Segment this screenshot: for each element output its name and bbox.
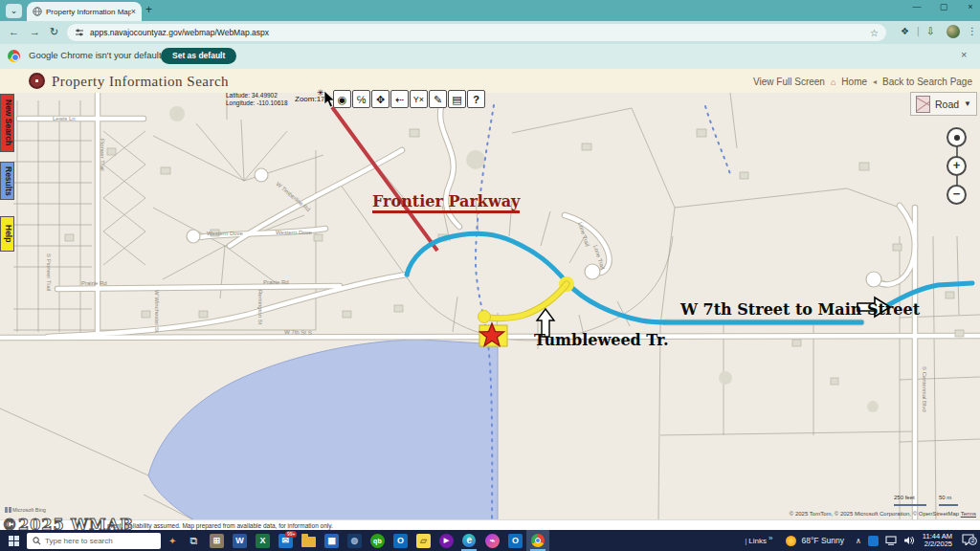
new-tab-button[interactable]: + — [145, 3, 152, 16]
annotation-frontier-parkway: Frontier Parkway — [372, 192, 520, 213]
weather-text[interactable]: 68°F Sunny — [801, 536, 844, 545]
chrome-logo-icon — [8, 50, 20, 62]
edge-icon[interactable]: e — [457, 530, 480, 551]
print-button[interactable]: ▤ — [448, 90, 466, 108]
task-view-icon[interactable]: ⧉ — [182, 530, 205, 551]
back-icon: ◂ — [873, 77, 877, 86]
page-title: Property Information Search — [52, 74, 229, 90]
tray-expand-chevron-icon[interactable]: ∧ — [856, 537, 861, 545]
calendar-icon[interactable]: ▦ — [320, 530, 343, 551]
copilot-sparkle-icon[interactable]: ✦ — [168, 536, 176, 546]
street-label: Lewis Ln — [53, 116, 76, 121]
links-toolbar[interactable]: Links — [748, 537, 767, 545]
maximize-button[interactable]: ▢ — [934, 2, 953, 11]
locate-button[interactable] — [947, 127, 967, 147]
map-attribution: © 2025 TomTom, © 2025 Microsoft Corporat… — [790, 511, 959, 517]
mail-icon[interactable]: ✉99+ — [274, 530, 297, 551]
links-toolbar-divider: | — [746, 538, 747, 544]
taskbar-clock[interactable]: 11:44 AM 2/2/2025 — [923, 533, 952, 549]
scale-feet-label: 250 feet — [894, 495, 915, 500]
home-link[interactable]: Home — [841, 77, 867, 87]
zoom-to-xy-button[interactable]: Y× — [410, 90, 428, 108]
file-explorer-icon[interactable] — [297, 530, 320, 551]
tab-title: Property Information Map — [46, 8, 131, 16]
globe-favicon — [33, 7, 42, 16]
media-player-icon[interactable]: ▶ — [434, 530, 457, 551]
home-icon: ⌂ — [831, 77, 835, 87]
volume-icon[interactable] — [903, 536, 915, 545]
chevron-down-icon: ▼ — [964, 99, 971, 108]
street-label: Prairie Rd — [263, 279, 289, 285]
tab-search-button[interactable]: ⌄ — [6, 4, 22, 18]
mail-badge: 99+ — [285, 531, 297, 538]
previous-extent-button[interactable]: ⇠ — [390, 90, 409, 108]
toolbar-divider: | — [917, 26, 920, 36]
street-label: W Winchester St — [154, 290, 160, 333]
browser-menu-icon[interactable]: ⋮ — [968, 26, 977, 36]
weather-sun-icon[interactable] — [786, 536, 796, 546]
excel-icon[interactable]: X — [251, 530, 274, 551]
sidebar-tab-results[interactable]: Results — [0, 162, 14, 200]
basemap-thumbnail — [916, 96, 930, 113]
banner-close-icon[interactable]: × — [961, 49, 967, 60]
windows-taskbar: Type here to search ✦ ⧉ ⊞ W X ✉99+ ▦ ◍ q… — [0, 530, 980, 551]
svg-text:✳: ✳ — [317, 88, 324, 98]
street-label: S Centennial Blvd — [922, 366, 927, 412]
pan-tool-button[interactable]: ✥ — [371, 90, 390, 108]
outlook-icon[interactable]: O — [389, 530, 412, 551]
set-as-default-button[interactable]: Set as default — [161, 48, 236, 64]
back-nav-icon[interactable]: ← — [9, 26, 19, 37]
street-label: Western Dove — [276, 230, 313, 235]
search-placeholder: Type here to search — [45, 537, 113, 545]
back-to-search-link[interactable]: Back to Search Page — [882, 77, 972, 87]
store-icon[interactable]: ⊞ — [205, 530, 228, 551]
notification-badge: 2 — [969, 537, 977, 545]
select-tool-button[interactable]: ◉ — [333, 90, 351, 108]
latitude-readout: Latitude: 34.49902 — [226, 92, 288, 99]
scale-tool-button[interactable]: ℅ — [352, 90, 370, 108]
view-full-screen-link[interactable]: View Full Screen — [753, 77, 825, 87]
bookmark-star-icon[interactable]: ☆ — [870, 28, 879, 38]
annotation-w7th-street: W 7th Street to Main Street — [680, 300, 920, 319]
taskbar-search-box[interactable]: Type here to search — [27, 533, 161, 549]
measure-tool-button[interactable]: ✎ — [429, 90, 447, 108]
disclaimer-text: ment, no liability assumed. Map prepared… — [107, 522, 333, 529]
photos-swirl-icon[interactable]: ◍ — [343, 530, 366, 551]
reload-icon[interactable]: ↻ — [50, 26, 58, 38]
minimize-button[interactable]: — — [907, 2, 926, 11]
extensions-icon[interactable]: ❖ — [901, 26, 909, 36]
tab-close-icon[interactable]: × — [131, 7, 136, 16]
scale-meters-bar — [939, 504, 958, 506]
sidebar-tab-help[interactable]: Help — [0, 216, 14, 252]
action-center-icon[interactable]: 2 — [962, 532, 974, 549]
site-info-icon[interactable] — [75, 28, 84, 37]
basemap-selector[interactable]: Road ▼ — [910, 92, 977, 116]
downloads-icon[interactable]: ⇩ — [926, 26, 934, 36]
sticky-notes-icon[interactable]: ▱ — [412, 530, 434, 551]
outlook-classic-icon[interactable]: O — [503, 530, 526, 551]
street-label: Pioneer Trail — [100, 139, 105, 171]
county-seal-logo — [29, 73, 45, 89]
street-label: Western Dove — [207, 231, 244, 236]
zoom-out-button[interactable]: − — [947, 185, 967, 205]
messenger-icon[interactable]: ⌁ — [480, 530, 503, 551]
word-icon[interactable]: W — [228, 530, 251, 551]
network-icon[interactable] — [885, 536, 897, 545]
help-button[interactable]: ? — [467, 90, 485, 108]
zoom-in-button[interactable]: + — [947, 156, 967, 176]
browser-tab[interactable]: Property Information Map × — [27, 2, 142, 21]
tray-app-icon[interactable] — [868, 536, 879, 546]
close-button[interactable]: × — [961, 2, 980, 11]
quickbooks-icon[interactable]: qb — [366, 530, 389, 551]
links-chevron-icon[interactable]: » — [768, 534, 772, 542]
start-button[interactable] — [0, 530, 27, 551]
address-bar[interactable]: apps.navajocountyaz.gov/webmap/WebMap.as… — [67, 24, 886, 41]
scale-feet-bar — [894, 504, 926, 506]
forward-nav-icon[interactable]: → — [30, 26, 40, 37]
profile-avatar[interactable] — [947, 25, 960, 38]
longitude-readout: Longitude: -110.10618 — [226, 99, 288, 107]
sidebar-tab-new-search[interactable]: New Search — [0, 94, 14, 152]
attribution-terms-link[interactable]: Terms — [961, 511, 976, 517]
chrome-taskbar-icon[interactable] — [526, 530, 549, 551]
street-label: W 7th St S — [284, 329, 312, 336]
